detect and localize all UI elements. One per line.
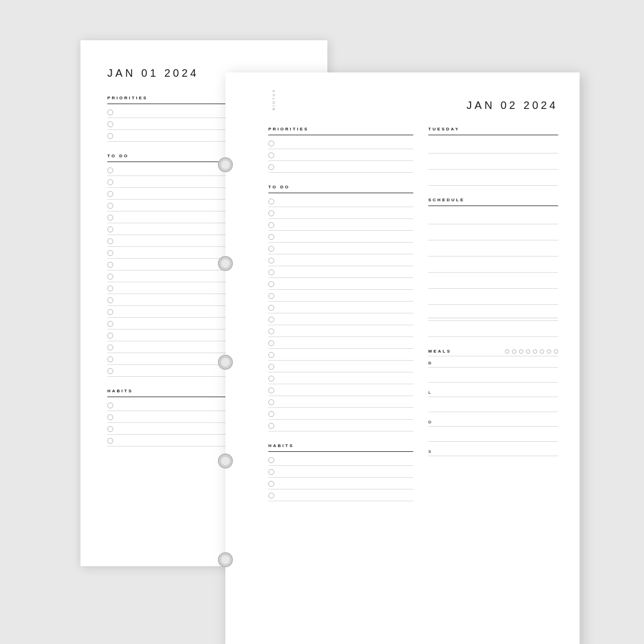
habit-circle-2[interactable] bbox=[107, 414, 113, 420]
todo-circle-4[interactable] bbox=[107, 203, 113, 209]
fp-todo-row-4[interactable] bbox=[268, 234, 413, 243]
todo-circle-16[interactable] bbox=[107, 345, 113, 350]
fp-habit-row-3[interactable] bbox=[268, 481, 413, 489]
meal-dot-3[interactable] bbox=[519, 349, 523, 354]
pages-container: JAN 01 2024 PRIORITIES TO DO bbox=[80, 40, 564, 604]
fp-todo-circle-17[interactable] bbox=[268, 387, 274, 393]
fp-habit-circle-3[interactable] bbox=[268, 481, 274, 487]
fp-todo-circle-20[interactable] bbox=[268, 423, 274, 429]
fp-priority-row-1[interactable] bbox=[268, 141, 413, 149]
todo-circle-15[interactable] bbox=[107, 333, 113, 339]
fp-habit-row-2[interactable] bbox=[268, 469, 413, 478]
todo-circle-7[interactable] bbox=[107, 238, 113, 244]
fp-todo-row-9[interactable] bbox=[268, 293, 413, 302]
fp-todo-row-16[interactable] bbox=[268, 376, 413, 384]
todo-circle-10[interactable] bbox=[107, 274, 113, 280]
fp-todo-circle-3[interactable] bbox=[268, 222, 274, 228]
todo-circle-14[interactable] bbox=[107, 321, 113, 327]
tuesday-label: TUESDAY bbox=[428, 127, 558, 131]
todo-circle-3[interactable] bbox=[107, 191, 113, 197]
meals-section: MEALS B bbox=[428, 349, 558, 456]
fp-habit-circle-4[interactable] bbox=[268, 493, 274, 499]
fp-todo-row-13[interactable] bbox=[268, 340, 413, 349]
todo-circle-5[interactable] bbox=[107, 215, 113, 221]
todo-circle-17[interactable] bbox=[107, 356, 113, 362]
fp-todo-row-5[interactable] bbox=[268, 246, 413, 254]
fp-todo-row-1[interactable] bbox=[268, 199, 413, 207]
todo-circle-1[interactable] bbox=[107, 167, 113, 173]
schedule-row-7 bbox=[428, 308, 558, 321]
fp-todo-circle-4[interactable] bbox=[268, 234, 274, 240]
todo-circle-11[interactable] bbox=[107, 286, 113, 291]
priority-circle-1[interactable] bbox=[107, 109, 113, 115]
fp-todo-circle-18[interactable] bbox=[268, 399, 274, 405]
meal-dot-8[interactable] bbox=[554, 349, 558, 354]
fp-todo-circle-16[interactable] bbox=[268, 376, 274, 382]
priority-circle-2[interactable] bbox=[107, 121, 113, 127]
habit-circle-3[interactable] bbox=[107, 426, 113, 432]
fp-todo-circle-10[interactable] bbox=[268, 305, 274, 311]
fp-todo-row-2[interactable] bbox=[268, 210, 413, 219]
fp-todo-row-8[interactable] bbox=[268, 281, 413, 290]
todo-circle-18[interactable] bbox=[107, 368, 113, 374]
meal-dot-7[interactable] bbox=[547, 349, 551, 354]
fp-todo-row-14[interactable] bbox=[268, 352, 413, 361]
fp-todo-circle-6[interactable] bbox=[268, 258, 274, 264]
habit-circle-4[interactable] bbox=[107, 438, 113, 444]
fp-todo-circle-2[interactable] bbox=[268, 210, 274, 216]
fp-todo-circle-8[interactable] bbox=[268, 281, 274, 287]
meal-dot-1[interactable] bbox=[505, 349, 509, 354]
fp-todo-row-11[interactable] bbox=[268, 317, 413, 325]
todo-circle-2[interactable] bbox=[107, 179, 113, 185]
fp-todo-circle-11[interactable] bbox=[268, 317, 274, 323]
fp-todo-row-6[interactable] bbox=[268, 258, 413, 266]
fp-todo-circle-7[interactable] bbox=[268, 269, 274, 275]
fp-todo-row-19[interactable] bbox=[268, 411, 413, 420]
meal-snack: S bbox=[428, 449, 558, 456]
fp-habit-circle-2[interactable] bbox=[268, 469, 274, 475]
habits-section-front: HABITS bbox=[268, 443, 413, 501]
fp-priority-row-3[interactable] bbox=[268, 164, 413, 173]
fp-todo-circle-1[interactable] bbox=[268, 199, 274, 204]
schedule-row-4 bbox=[428, 260, 558, 273]
fp-todo-circle-9[interactable] bbox=[268, 293, 274, 299]
meal-dot-4[interactable] bbox=[526, 349, 530, 354]
front-content: PRIORITIES TO DO bbox=[268, 127, 558, 513]
fp-todo-row-17[interactable] bbox=[268, 387, 413, 396]
schedule-section: SCHEDULE bbox=[428, 197, 558, 337]
fp-todo-row-12[interactable] bbox=[268, 328, 413, 337]
fp-priority-row-2[interactable] bbox=[268, 152, 413, 161]
fp-todo-row-7[interactable] bbox=[268, 269, 413, 278]
meal-dot-6[interactable] bbox=[540, 349, 544, 354]
fp-priority-circle-3[interactable] bbox=[268, 164, 274, 170]
fp-todo-circle-15[interactable] bbox=[268, 364, 274, 370]
fp-habit-circle-1[interactable] bbox=[268, 457, 274, 463]
fp-priority-circle-2[interactable] bbox=[268, 152, 274, 158]
priority-circle-3[interactable] bbox=[107, 133, 113, 139]
todo-circle-8[interactable] bbox=[107, 250, 113, 256]
fp-todo-row-10[interactable] bbox=[268, 305, 413, 313]
todo-circle-13[interactable] bbox=[107, 309, 113, 315]
fp-habit-row-4[interactable] bbox=[268, 493, 413, 501]
fp-todo-circle-12[interactable] bbox=[268, 328, 274, 334]
fp-todo-circle-5[interactable] bbox=[268, 246, 274, 252]
fp-todo-circle-14[interactable] bbox=[268, 352, 274, 358]
schedule-row-6 bbox=[428, 292, 558, 305]
fp-priority-circle-1[interactable] bbox=[268, 141, 274, 147]
col-right: TUESDAY SCHEDULE bbox=[428, 127, 558, 513]
fp-todo-row-3[interactable] bbox=[268, 222, 413, 231]
meal-dot-2[interactable] bbox=[512, 349, 516, 354]
todo-circle-9[interactable] bbox=[107, 262, 113, 268]
fp-todo-row-20[interactable] bbox=[268, 423, 413, 431]
todo-circle-12[interactable] bbox=[107, 297, 113, 303]
meal-dot-5[interactable] bbox=[533, 349, 537, 354]
schedule-row-8 bbox=[428, 324, 558, 337]
meal-d-letter: D bbox=[428, 420, 436, 425]
fp-todo-circle-13[interactable] bbox=[268, 340, 274, 346]
todo-circle-6[interactable] bbox=[107, 226, 113, 232]
habit-circle-1[interactable] bbox=[107, 402, 113, 408]
fp-todo-row-15[interactable] bbox=[268, 364, 413, 372]
fp-todo-circle-19[interactable] bbox=[268, 411, 274, 417]
fp-habit-row-1[interactable] bbox=[268, 457, 413, 466]
fp-todo-row-18[interactable] bbox=[268, 399, 413, 408]
